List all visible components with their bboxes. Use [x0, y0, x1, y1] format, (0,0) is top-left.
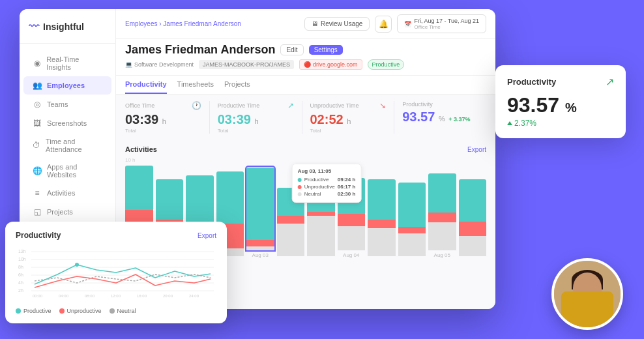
calendar-icon: 📅 — [404, 21, 411, 27]
productivity-badge: Productive — [368, 59, 405, 70]
projects-icon: ◱ — [33, 207, 42, 216]
date-range-text: Fri, Aug 17 - Tue, Aug 21 — [414, 18, 479, 24]
sidebar-item-projects[interactable]: ◱ Projects — [23, 203, 111, 221]
breadcrumb-current: James Friedman Anderson — [163, 20, 241, 27]
export-button[interactable]: Export — [467, 146, 486, 153]
bar-neutral — [459, 236, 487, 256]
department-badge: 💻 Software Development — [125, 61, 194, 68]
page-meta: 💻 Software Development JAMES-MACBOOK-PRO… — [125, 59, 486, 70]
svg-text:20:00: 20:00 — [163, 294, 173, 297]
app-url-badge: 🔴 drive.google.com — [299, 59, 362, 70]
tab-timesheets[interactable]: Timesheets — [177, 76, 214, 94]
dept-icon: 💻 — [125, 61, 132, 68]
unproductive-icon: ↘ — [379, 101, 386, 110]
svg-text:08:00: 08:00 — [85, 294, 95, 297]
sidebar-item-teams[interactable]: ◎ Teams — [23, 95, 111, 113]
line-card-export[interactable]: Export — [198, 232, 216, 239]
sidebar-item-time[interactable]: ⏱ Time and Attendance — [23, 133, 111, 158]
sidebar-item-activities[interactable]: ≡ Activities — [23, 184, 111, 202]
bar-unproductive — [428, 213, 456, 222]
unproductive-time-value: 02:52 h — [310, 112, 387, 127]
edit-button[interactable]: Edit — [280, 44, 303, 55]
bar-group[interactable] — [398, 183, 426, 258]
bar-neutral — [428, 222, 456, 250]
legend-neutral: Neutral — [110, 308, 136, 314]
productivity-value: 93.57 % + 3.37% — [402, 110, 478, 125]
chart-header: Activities Export — [125, 145, 486, 153]
prod-card-value: 93.57 % — [507, 93, 614, 117]
svg-point-12 — [75, 263, 79, 267]
person-illustration — [554, 261, 621, 327]
time-icon: ⏱ — [33, 141, 40, 150]
productive-label: Productive — [23, 308, 51, 314]
bar-neutral — [368, 228, 396, 256]
svg-text:10h: 10h — [18, 257, 26, 261]
neutral-dot — [110, 308, 115, 314]
apps-icon: 🌐 — [33, 166, 42, 175]
bar-unproductive — [459, 222, 487, 236]
bar-productive — [186, 175, 214, 224]
tab-productivity[interactable]: Productivity — [125, 76, 167, 94]
sidebar-item-label-activities: Activities — [47, 189, 75, 197]
legend-productive: Productive — [16, 308, 51, 314]
sidebar-item-label-time: Time and Attendance — [46, 138, 102, 153]
bar-group[interactable]: Aug 05 — [428, 173, 456, 258]
productive-time-label: Productive Time — [218, 102, 260, 109]
topbar: Employees › James Friedman Anderson 🖥 Re… — [116, 9, 495, 39]
bar-group[interactable]: Aug 03 — [246, 167, 274, 258]
notification-bell[interactable]: 🔔 — [375, 16, 392, 33]
bar-neutral — [338, 226, 366, 250]
unproductive-time-label: Unproductive Time — [310, 102, 359, 109]
employee-name: James Friedman Anderson — [125, 43, 275, 57]
bar-label: Aug 05 — [434, 252, 450, 258]
date-range-badge: 📅 Fri, Aug 17 - Tue, Aug 21 Office Time — [397, 14, 486, 33]
tab-bar: Productivity Timesheets Projects — [116, 76, 495, 95]
page-title-row: James Friedman Anderson Edit Settings — [125, 43, 486, 57]
bar-productive — [125, 166, 153, 210]
stats-row: Office Time 🕐 03:39 h Total Productive T… — [116, 95, 495, 140]
sidebar-item-screenshots[interactable]: 🖼 Screenshots — [23, 114, 111, 132]
sidebar-item-label-projects: Projects — [47, 208, 73, 216]
bar-productive — [428, 173, 456, 212]
settings-button[interactable]: Settings — [309, 45, 343, 55]
sidebar-item-realtime[interactable]: ◉ Real-Time Insights — [23, 51, 111, 76]
line-card-title: Productivity — [16, 231, 61, 240]
arrow-up-icon — [507, 121, 512, 125]
employees-icon: 👥 — [33, 81, 42, 90]
sidebar-item-label-realtime: Real-Time Insights — [46, 55, 102, 71]
logo-text: Insightful — [43, 22, 84, 32]
realtime-icon: ◉ — [33, 59, 41, 68]
productive-time-value: 03:39 h — [218, 112, 294, 127]
prod-card-change: 2.37% — [507, 119, 614, 128]
person-body — [561, 291, 613, 330]
bar-neutral — [398, 233, 426, 256]
line-chart-area: 12h 10h 8h 6h 4h 2h 00:00 04:00 08:00 12… — [16, 245, 216, 304]
bar-unproductive — [398, 227, 426, 233]
stat-office-time: Office Time 🕐 03:39 h Total — [125, 101, 210, 134]
stat-productive-time: Productive Time ↗ 03:39 h Total — [210, 101, 302, 134]
date-sub-text: Office Time — [414, 24, 479, 30]
sidebar-item-apps[interactable]: 🌐 Apps and Websites — [23, 158, 111, 183]
svg-text:12:00: 12:00 — [111, 294, 121, 297]
svg-text:24:00: 24:00 — [189, 294, 199, 297]
prod-card-header: Productivity ↗ — [507, 76, 614, 88]
topbar-actions: 🖥 Review Usage 🔔 📅 Fri, Aug 17 - Tue, Au… — [304, 14, 486, 33]
review-usage-button[interactable]: 🖥 Review Usage — [304, 17, 370, 31]
bar-productive — [459, 179, 487, 221]
bar-productive — [398, 183, 426, 227]
line-card-header: Productivity Export — [16, 231, 216, 240]
breadcrumb-root[interactable]: Employees — [125, 20, 157, 27]
sidebar-item-label-apps: Apps and Websites — [47, 163, 102, 179]
svg-text:4h: 4h — [18, 280, 23, 285]
sidebar-item-employees[interactable]: 👥 Employees — [23, 76, 111, 95]
sidebar-item-label-teams: Teams — [47, 100, 68, 108]
svg-text:16:00: 16:00 — [137, 294, 147, 297]
productive-dot — [16, 308, 21, 314]
bar-group[interactable] — [368, 179, 396, 258]
bar-neutral — [246, 246, 274, 250]
tab-projects[interactable]: Projects — [224, 76, 250, 94]
teams-icon: ◎ — [33, 100, 42, 109]
bar-group[interactable] — [459, 179, 487, 258]
chart-tooltip: Aug 03, 11:05 Productive09:24 h Unproduc… — [292, 164, 362, 203]
avatar — [551, 258, 623, 330]
